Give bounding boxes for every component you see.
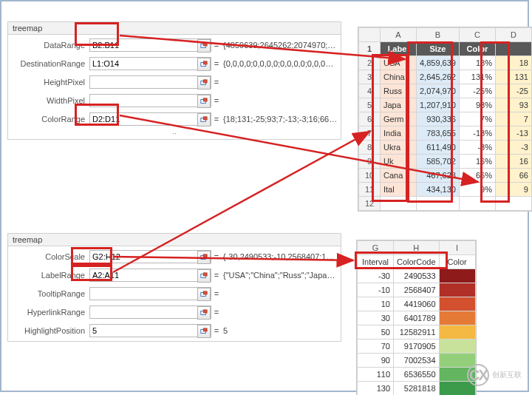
interval-cell[interactable]: 30 <box>358 311 394 325</box>
table-header-cell[interactable]: Size <box>417 42 460 56</box>
data-spreadsheet[interactable]: ABCD1LabelSizeColor2USA4,859,63918%183Ch… <box>358 27 532 212</box>
table-row[interactable]: 1106536550 <box>358 368 476 382</box>
interval-cell[interactable]: -30 <box>358 269 394 283</box>
d-cell[interactable]: 9 <box>495 183 531 197</box>
size-cell[interactable]: 611,490 <box>417 141 460 155</box>
panel2-hyperlinkrange-input[interactable] <box>89 305 211 319</box>
col-header[interactable]: A <box>381 28 417 42</box>
label-cell[interactable]: Germ <box>381 112 417 126</box>
interval-cell[interactable]: 10 <box>358 297 394 311</box>
col-header-selected[interactable]: H <box>394 241 440 255</box>
d-cell[interactable]: 131 <box>495 70 531 84</box>
row-header[interactable]: 12 <box>359 197 381 211</box>
row-header[interactable]: 11 <box>359 183 381 197</box>
range-picker-icon[interactable] <box>197 288 211 301</box>
range-picker-icon[interactable] <box>197 251 211 264</box>
range-picker-icon[interactable] <box>197 58 211 71</box>
label-cell[interactable]: Ukra <box>381 141 417 155</box>
table-header-cell[interactable] <box>495 42 531 56</box>
panel1-colorrange-input[interactable] <box>89 112 211 126</box>
colorscale-spreadsheet[interactable]: GHIIntervalColorCodeColor-302490533-1025… <box>356 240 477 395</box>
pct-cell[interactable]: 7% <box>459 112 495 126</box>
panel1-heightpixel-input[interactable] <box>89 75 211 89</box>
colorcode-cell[interactable]: 6401789 <box>394 311 440 325</box>
color-swatch[interactable] <box>439 340 475 354</box>
row-header[interactable]: 10 <box>359 169 381 183</box>
row-header[interactable]: 4 <box>359 84 381 98</box>
table-row[interactable]: 8Ukra611,490-3%-3 <box>359 141 532 155</box>
table-row[interactable]: 11Ital434,1309%9 <box>359 183 532 197</box>
pct-cell[interactable]: -3% <box>459 141 495 155</box>
colorcode-cell[interactable]: 5281818 <box>394 382 440 396</box>
d-cell[interactable]: 66 <box>495 169 531 183</box>
row-header[interactable]: 7 <box>359 126 381 141</box>
colorcode-cell[interactable]: 9170905 <box>394 340 440 354</box>
d-cell[interactable]: -25 <box>495 84 531 98</box>
color-swatch[interactable] <box>439 283 475 297</box>
col-header[interactable]: I <box>439 241 475 255</box>
colorcode-cell[interactable]: 4419060 <box>394 297 440 311</box>
table-row[interactable]: 104419060 <box>358 297 476 311</box>
label-cell[interactable]: Uk <box>381 155 417 169</box>
d-cell[interactable]: 18 <box>495 56 531 70</box>
table-row[interactable]: 3China2,645,262131%131 <box>359 70 532 84</box>
row-header[interactable]: 2 <box>359 56 381 70</box>
pct-cell[interactable]: 16% <box>459 155 495 169</box>
row-header[interactable]: 1 <box>359 42 381 56</box>
label-cell[interactable]: China <box>381 70 417 84</box>
table-row[interactable]: 306401789 <box>358 311 476 325</box>
label-cell[interactable]: India <box>381 126 417 141</box>
interval-cell[interactable]: -10 <box>358 283 394 297</box>
table-header-cell[interactable]: ColorCode <box>394 255 440 269</box>
d-cell[interactable]: 16 <box>495 155 531 169</box>
pct-cell[interactable]: 9% <box>459 183 495 197</box>
pct-cell[interactable]: -13% <box>459 126 495 141</box>
size-cell[interactable]: 2,645,262 <box>417 70 460 84</box>
size-cell[interactable]: 434,130 <box>417 183 460 197</box>
table-row[interactable]: 1305281818 <box>358 382 476 396</box>
table-row[interactable]: 10Cana467,62866%66 <box>359 169 532 183</box>
pct-cell[interactable]: 131% <box>459 70 495 84</box>
size-cell[interactable]: 930,336 <box>417 112 460 126</box>
colorcode-cell[interactable]: 7002534 <box>394 354 440 368</box>
table-row[interactable]: 7India783,655-13%-13 <box>359 126 532 141</box>
corner-cell[interactable] <box>359 28 381 42</box>
label-cell[interactable]: Russ <box>381 84 417 98</box>
label-cell[interactable]: Ital <box>381 183 417 197</box>
label-cell[interactable]: Cana <box>381 169 417 183</box>
table-row[interactable]: 907002534 <box>358 354 476 368</box>
table-row[interactable]: 4Russ2,074,970-25%-25 <box>359 84 532 98</box>
range-picker-icon[interactable] <box>197 269 211 283</box>
pct-cell[interactable]: 93% <box>459 98 495 112</box>
table-header-cell[interactable]: Interval <box>358 255 394 269</box>
row-header[interactable]: 8 <box>359 141 381 155</box>
colorcode-cell[interactable]: 2490533 <box>394 269 440 283</box>
d-cell[interactable]: -13 <box>495 126 531 141</box>
range-picker-icon[interactable] <box>197 95 211 108</box>
size-cell[interactable]: 4,859,639 <box>417 56 460 70</box>
label-cell[interactable]: USA <box>381 56 417 70</box>
interval-cell[interactable]: 130 <box>358 382 394 396</box>
range-picker-icon[interactable] <box>197 325 211 338</box>
range-picker-icon[interactable] <box>197 113 211 126</box>
label-cell[interactable]: Japa <box>381 98 417 112</box>
interval-cell[interactable]: 110 <box>358 368 394 382</box>
size-cell[interactable]: 783,655 <box>417 126 460 141</box>
colorcode-cell[interactable]: 12582911 <box>394 325 440 340</box>
panel2-colorscale-input[interactable] <box>89 250 211 263</box>
row-header[interactable]: 3 <box>359 70 381 84</box>
d-cell[interactable]: 7 <box>495 112 531 126</box>
row-header[interactable]: 6 <box>359 112 381 126</box>
panel1-datarange-input[interactable] <box>89 38 211 52</box>
panel2-highlightposition-input[interactable] <box>89 324 211 337</box>
table-row[interactable]: 5012582911 <box>358 325 476 340</box>
size-cell[interactable]: 467,628 <box>417 169 460 183</box>
color-swatch[interactable] <box>439 325 475 340</box>
panel1-widthpixel-input[interactable] <box>89 94 211 107</box>
col-header[interactable]: G <box>358 241 394 255</box>
table-row[interactable]: 2USA4,859,63918%18 <box>359 56 532 70</box>
row-header[interactable]: 9 <box>359 155 381 169</box>
col-header[interactable]: B <box>417 28 460 42</box>
interval-cell[interactable]: 90 <box>358 354 394 368</box>
panel2-labelrange-input[interactable] <box>89 269 211 282</box>
